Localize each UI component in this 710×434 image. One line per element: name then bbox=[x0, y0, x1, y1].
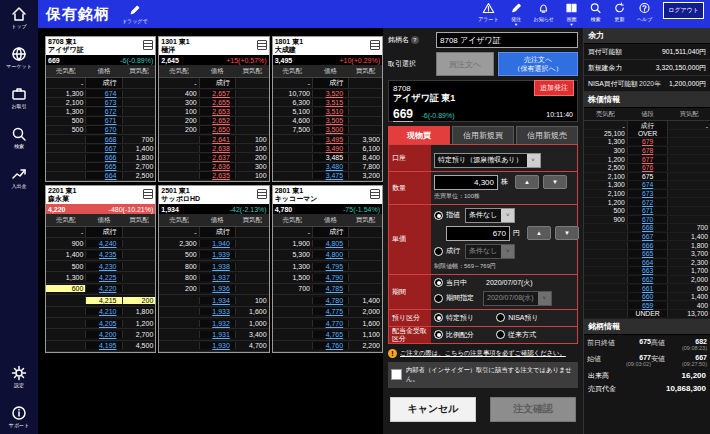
price-cell[interactable]: 2,637 bbox=[199, 154, 236, 161]
tokutei-radio[interactable] bbox=[434, 313, 443, 322]
price-cell[interactable]: 成行 bbox=[199, 78, 236, 88]
price-cell[interactable]: 成行 bbox=[312, 227, 349, 237]
price-cell[interactable]: 3,505 bbox=[312, 117, 349, 124]
price-cell[interactable]: 666 bbox=[627, 242, 669, 249]
price-cell[interactable]: 4,210 bbox=[85, 308, 122, 315]
tab-shinyo-shinki-kai[interactable]: 信用新規買 bbox=[452, 126, 514, 144]
price-cell[interactable]: UNDER bbox=[627, 310, 669, 317]
quick-order-button[interactable]: 発注 ▼ bbox=[510, 2, 523, 26]
price-cell[interactable]: 2,635 bbox=[199, 172, 236, 179]
day-order-radio[interactable] bbox=[434, 278, 443, 287]
help-badge-icon[interactable]: ？ bbox=[411, 36, 419, 44]
price-cell[interactable]: 667 bbox=[85, 145, 122, 152]
price-cell[interactable]: 673 bbox=[627, 190, 669, 197]
sidebar-item-market[interactable]: マーケット bbox=[6, 46, 31, 69]
gtd-date-select[interactable]: 2020/07/08(水) ˅ bbox=[483, 291, 552, 306]
price-cell[interactable]: 3,520 bbox=[312, 90, 349, 97]
price-cell[interactable]: 成行 bbox=[85, 78, 122, 88]
price-cell[interactable]: 成行 bbox=[199, 227, 236, 237]
price-cell[interactable]: 1,936 bbox=[199, 285, 236, 292]
price-cell[interactable]: 2,657 bbox=[199, 90, 236, 97]
price-cell[interactable]: 1,940 bbox=[199, 240, 236, 247]
sidebar-item-top[interactable]: トップ bbox=[11, 6, 27, 29]
price-cell[interactable]: 673 bbox=[85, 99, 122, 106]
price-cell[interactable]: 672 bbox=[627, 199, 669, 206]
price-cell[interactable]: 674 bbox=[627, 181, 669, 188]
price-up-button[interactable]: ▲ bbox=[527, 226, 551, 240]
price-cell[interactable]: 1,931 bbox=[199, 331, 236, 338]
price-cell[interactable]: 4,780 bbox=[312, 297, 349, 304]
account-select[interactable]: 特定預り（源泉徴収あり） ˅ bbox=[434, 153, 541, 168]
price-cell[interactable]: 1,937 bbox=[199, 274, 236, 281]
price-cell[interactable]: 2,650 bbox=[199, 126, 236, 133]
price-cell[interactable]: 4,765 bbox=[312, 331, 349, 338]
notice-text[interactable]: ご注文の際は、こちらの注意事項を必ずご確認ください。 bbox=[400, 349, 566, 358]
price-cell[interactable]: 3,495 bbox=[312, 136, 349, 143]
price-cell[interactable]: 666 bbox=[85, 154, 122, 161]
price-cell[interactable]: 4,800 bbox=[312, 251, 349, 258]
price-cell[interactable]: OVER bbox=[627, 130, 669, 137]
price-cell[interactable]: 659 bbox=[627, 302, 669, 309]
price-cell[interactable]: 678 bbox=[627, 147, 669, 154]
price-cell[interactable]: 672 bbox=[85, 108, 122, 115]
price-cell[interactable]: 3,515 bbox=[312, 99, 349, 106]
price-cell[interactable]: 3,485 bbox=[312, 154, 349, 161]
price-cell[interactable]: 661 bbox=[627, 285, 669, 292]
price-cell[interactable]: 667 bbox=[627, 233, 669, 240]
sidebar-item-transfer[interactable]: 入出金 bbox=[11, 166, 27, 189]
price-cell[interactable]: 1,938 bbox=[199, 263, 236, 270]
topbar-search-button[interactable]: 検索 bbox=[589, 2, 602, 22]
sidebar-item-search[interactable]: 検索 bbox=[11, 126, 27, 149]
price-cell[interactable]: 676 bbox=[627, 164, 669, 171]
board-list-icon[interactable] bbox=[370, 189, 380, 199]
notice-button[interactable]: お知らせ bbox=[534, 2, 554, 22]
edit-layout-button[interactable]: ドラッグで bbox=[122, 4, 148, 24]
dividend-opt1-radio[interactable] bbox=[434, 330, 443, 339]
price-cell[interactable]: 4,195 bbox=[85, 342, 122, 349]
board-list-icon[interactable] bbox=[257, 189, 267, 199]
price-cell[interactable]: 665 bbox=[627, 250, 669, 257]
price-cell[interactable]: 4,785 bbox=[312, 285, 349, 292]
limit-condition-select[interactable]: 条件なし ˅ bbox=[465, 208, 515, 223]
price-down-button[interactable]: ▼ bbox=[555, 226, 579, 240]
price-cell[interactable]: 3,480 bbox=[312, 163, 349, 170]
cancel-button[interactable]: キャンセル bbox=[390, 397, 476, 422]
price-cell[interactable]: 670 bbox=[85, 126, 122, 133]
sidebar-item-support[interactable]: サポート bbox=[9, 405, 29, 428]
price-cell[interactable]: 664 bbox=[627, 259, 669, 266]
buy-order-button[interactable]: 買注文へ bbox=[436, 52, 494, 76]
board-list-icon[interactable] bbox=[370, 40, 380, 50]
price-cell[interactable]: 成行 bbox=[312, 78, 349, 88]
price-cell[interactable]: 671 bbox=[85, 117, 122, 124]
tab-genbutsu-kai[interactable]: 現物買 bbox=[388, 126, 450, 144]
confirm-order-button[interactable]: 注文確認 bbox=[490, 397, 576, 422]
price-cell[interactable]: 2,641 bbox=[199, 136, 236, 143]
price-cell[interactable]: 4,200 bbox=[85, 331, 122, 338]
board-list-icon[interactable] bbox=[143, 189, 153, 199]
detail-button[interactable]: 追加発注 bbox=[534, 80, 574, 96]
nisa-radio[interactable] bbox=[496, 313, 505, 322]
price-cell[interactable]: 679 bbox=[627, 138, 669, 145]
price-cell[interactable]: 668 bbox=[85, 136, 122, 143]
insider-checkbox[interactable] bbox=[391, 369, 402, 380]
sidebar-item-trade[interactable]: お取引 bbox=[11, 86, 27, 109]
price-cell[interactable]: 1,939 bbox=[199, 251, 236, 258]
price-cell[interactable]: 4,240 bbox=[85, 240, 122, 247]
price-cell[interactable]: 1,934 bbox=[199, 297, 236, 304]
price-cell[interactable]: 664 bbox=[85, 172, 122, 179]
price-cell[interactable]: 660 bbox=[627, 293, 669, 300]
price-cell[interactable]: 4,220 bbox=[85, 285, 122, 292]
price-cell[interactable]: 1,933 bbox=[199, 308, 236, 315]
refresh-button[interactable]: 更新 bbox=[613, 2, 626, 22]
price-cell[interactable]: 674 bbox=[85, 90, 122, 97]
price-cell[interactable]: 4,790 bbox=[312, 274, 349, 281]
layout-button[interactable]: 画面 ▼ bbox=[565, 2, 578, 26]
dividend-opt2-radio[interactable] bbox=[496, 330, 505, 339]
price-cell[interactable]: 4,770 bbox=[312, 320, 349, 327]
price-cell[interactable]: 3,500 bbox=[312, 126, 349, 133]
quantity-input[interactable] bbox=[434, 175, 498, 190]
gtd-radio[interactable] bbox=[434, 294, 443, 303]
price-cell[interactable]: 3,510 bbox=[312, 108, 349, 115]
price-cell[interactable]: 4,805 bbox=[312, 240, 349, 247]
price-cell[interactable]: 3,490 bbox=[312, 145, 349, 152]
